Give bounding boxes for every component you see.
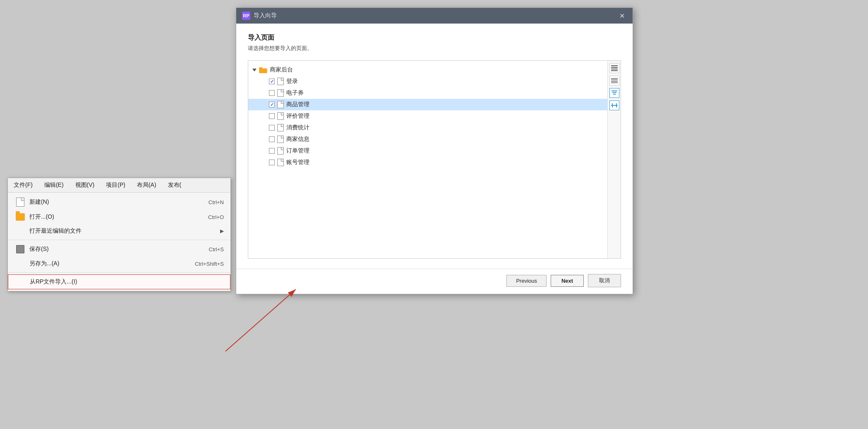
svg-rect-13 (612, 92, 616, 93)
page-label-4: 消费统计 (286, 124, 309, 131)
new-file-icon (14, 198, 26, 207)
collapse-icon[interactable] (609, 100, 619, 110)
menu-save-as-shortcut: Ctrl+Shift+S (195, 261, 224, 267)
page-item-2[interactable]: 商品管理 (248, 99, 607, 110)
svg-rect-10 (611, 81, 618, 82)
tree-toolbar (607, 61, 621, 258)
rp-logo-icon: RP (242, 12, 250, 20)
page-icon-3 (277, 112, 284, 120)
menu-layout[interactable]: 布局(A) (131, 180, 162, 191)
menu-item-save-as[interactable]: 另存为...(A) Ctrl+Shift+S (8, 257, 230, 271)
svg-rect-14 (613, 94, 616, 95)
menu-save-label: 保存(S) (29, 245, 197, 253)
page-item-1[interactable]: 电子券 (248, 87, 607, 99)
divider-1 (8, 240, 230, 240)
folder-label: 商家后台 (270, 66, 293, 74)
checkbox-1[interactable] (269, 90, 275, 96)
page-icon-2 (277, 101, 284, 108)
small-list-icon[interactable] (609, 76, 619, 86)
page-item-0[interactable]: 登录 (248, 76, 607, 87)
page-item-7[interactable]: 账号管理 (248, 157, 607, 168)
page-icon-1 (277, 89, 284, 97)
menu-file[interactable]: 文件(F) (8, 180, 38, 191)
divider-2 (8, 272, 230, 273)
checkbox-3[interactable] (269, 113, 275, 119)
menu-items-list: 新建(N) Ctrl+N 打开...(O) Ctrl+O 打开最近编辑的文件 ▶… (8, 193, 230, 291)
context-menu: 文件(F) 编辑(E) 视图(V) 项目(P) 布局(A) 发布( 新建(N) … (7, 178, 231, 291)
page-label-2: 商品管理 (286, 101, 309, 108)
svg-rect-6 (611, 69, 618, 69)
svg-rect-16 (611, 105, 618, 106)
page-icon-7 (277, 159, 284, 166)
expand-icon (252, 69, 257, 72)
menu-project[interactable]: 项目(P) (100, 180, 131, 191)
menu-new-label: 新建(N) (29, 198, 196, 206)
checkbox-2[interactable] (269, 102, 275, 107)
menu-item-open[interactable]: 打开...(O) Ctrl+O (8, 210, 230, 224)
svg-line-1 (225, 289, 296, 351)
page-item-3[interactable]: 评价管理 (248, 110, 607, 122)
page-tree-container: 商家后台 登录 电子券 商 (248, 60, 621, 259)
page-label-5: 商家信息 (286, 136, 309, 143)
page-label-7: 账号管理 (286, 159, 309, 166)
dialog-body: 导入页面 请选择您想要导入的页面。 商家后台 登录 (236, 24, 633, 265)
next-button[interactable]: Next (551, 275, 584, 287)
menu-open-shortcut: Ctrl+O (208, 214, 224, 220)
svg-rect-9 (611, 80, 618, 81)
menu-import-label: 从RP文件导入...(I) (30, 278, 223, 286)
page-label-0: 登录 (286, 78, 298, 85)
checkbox-0[interactable] (269, 79, 275, 84)
section-subtitle: 请选择您想要导入的页面。 (248, 45, 621, 52)
previous-button[interactable]: Previous (506, 275, 547, 287)
menu-item-save[interactable]: 保存(S) Ctrl+S (8, 242, 230, 257)
page-item-4[interactable]: 消费统计 (248, 122, 607, 133)
svg-rect-18 (612, 106, 613, 107)
menu-item-import[interactable]: 从RP文件导入...(I) (8, 274, 230, 289)
page-icon-0 (277, 78, 284, 85)
checkbox-7[interactable] (269, 160, 275, 165)
menu-item-open-recent[interactable]: 打开最近编辑的文件 ▶ (8, 224, 230, 238)
cancel-button[interactable]: 取消 (588, 274, 621, 287)
dialog-titlebar: RP 导入向导 ✕ (236, 8, 633, 24)
dialog-footer: Previous Next 取消 (236, 269, 633, 294)
page-label-6: 订单管理 (286, 147, 309, 155)
page-icon-5 (277, 136, 284, 143)
svg-rect-15 (611, 91, 617, 91)
filter-icon[interactable] (609, 88, 619, 98)
folder-icon (259, 67, 267, 73)
save-icon (14, 245, 26, 253)
import-wizard-dialog: RP 导入向导 ✕ 导入页面 请选择您想要导入的页面。 商家后台 (236, 7, 633, 294)
tree-content: 商家后台 登录 电子券 商 (248, 61, 607, 258)
svg-rect-7 (611, 70, 618, 71)
svg-rect-19 (616, 103, 617, 105)
svg-rect-4 (611, 65, 618, 66)
svg-rect-20 (616, 106, 617, 107)
open-folder-icon (14, 213, 26, 221)
menu-save-shortcut: Ctrl+S (209, 246, 224, 253)
checkbox-6[interactable] (269, 148, 275, 154)
svg-rect-8 (611, 78, 618, 79)
page-icon-4 (277, 124, 284, 131)
page-item-5[interactable]: 商家信息 (248, 133, 607, 145)
menu-new-shortcut: Ctrl+N (209, 199, 224, 205)
menu-publish[interactable]: 发布( (162, 180, 187, 191)
page-icon-6 (277, 147, 284, 155)
dialog-title: 导入向导 (254, 12, 617, 19)
page-item-6[interactable]: 订单管理 (248, 145, 607, 157)
menu-save-as-label: 另存为...(A) (29, 260, 182, 267)
menu-bar: 文件(F) 编辑(E) 视图(V) 项目(P) 布局(A) 发布( (8, 178, 230, 193)
menu-edit[interactable]: 编辑(E) (38, 180, 70, 191)
list-view-icon[interactable] (609, 63, 619, 73)
tree-folder-row[interactable]: 商家后台 (248, 64, 607, 76)
svg-rect-3 (259, 67, 262, 69)
svg-rect-17 (612, 103, 613, 105)
svg-rect-5 (611, 67, 618, 68)
checkbox-5[interactable] (269, 136, 275, 142)
submenu-arrow-icon: ▶ (220, 228, 224, 234)
close-button[interactable]: ✕ (617, 11, 627, 21)
menu-item-new[interactable]: 新建(N) Ctrl+N (8, 194, 230, 210)
page-label-1: 电子券 (286, 89, 304, 97)
svg-rect-11 (611, 83, 618, 83)
checkbox-4[interactable] (269, 125, 275, 131)
menu-view[interactable]: 视图(V) (70, 180, 101, 191)
